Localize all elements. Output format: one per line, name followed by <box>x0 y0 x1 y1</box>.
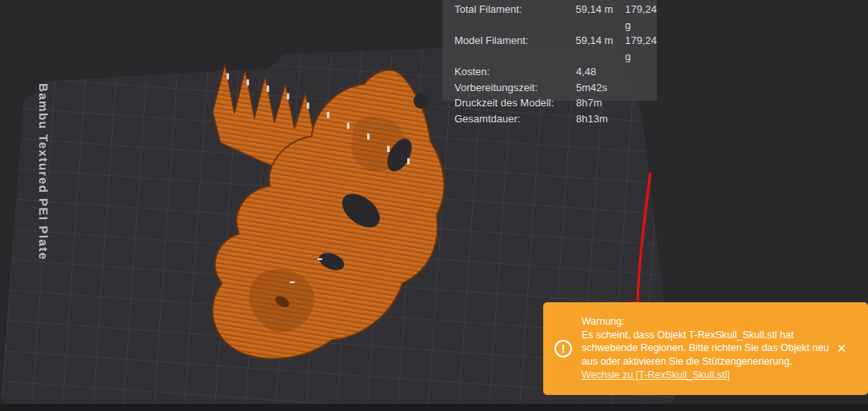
stat-row-total-filament: Total Filament: 59,14 m 179,24 g <box>454 2 657 33</box>
warning-toast: ! Warnung: Es scheint, dass Objekt T-Rex… <box>543 302 868 395</box>
stat-value2 <box>626 64 657 80</box>
warning-text: Warnung: Es scheint, dass Objekt T-RexSk… <box>582 315 830 382</box>
model-trex-skull[interactable] <box>166 22 475 371</box>
stat-label: Kosten: <box>454 64 576 80</box>
slicer-3d-viewport[interactable]: Bambu Textured PEI Plate <box>0 0 868 411</box>
stat-label: Vorbereitungszeit: <box>454 80 576 96</box>
plate-label: Bambu Textured PEI Plate <box>37 83 50 261</box>
warning-switch-link[interactable]: Wechsle zu [T-RexSkull_Skull.stl] <box>582 369 730 382</box>
stat-label: Gesamtdauer: <box>454 111 576 127</box>
warning-message: Es scheint, dass Objekt T-RexSkull_Skull… <box>582 329 830 369</box>
stat-value-length: 59,14 m <box>575 2 625 33</box>
warning-icon: ! <box>554 340 572 357</box>
stat-value-length: 59,14 m <box>575 33 625 64</box>
stat-row-model-print-time: Druckzeit des Modell: 8h7m <box>454 95 657 111</box>
stat-label: Total Filament: <box>454 2 575 33</box>
stat-value2 <box>626 111 657 127</box>
stat-row-cost: Kosten: 4,48 <box>454 64 657 80</box>
stat-value: 8h7m <box>576 95 626 111</box>
stat-row-prepare-time: Vorbereitungszeit: 5m42s <box>454 80 657 96</box>
stat-value2 <box>626 95 657 111</box>
stat-row-total-time: Gesamtdauer: 8h13m <box>454 111 657 127</box>
close-icon[interactable]: ✕ <box>833 341 850 356</box>
stat-value2 <box>626 80 657 96</box>
stat-value-weight: 179,24 g <box>625 33 657 64</box>
stat-value: 4,48 <box>576 64 626 80</box>
stat-label: Druckzeit des Modell: <box>454 95 576 111</box>
stat-value: 8h13m <box>576 111 626 127</box>
stat-value: 5m42s <box>576 80 626 96</box>
stat-value-weight: 179,24 g <box>625 2 657 33</box>
plate-front-edge <box>0 404 868 411</box>
stat-label: Model Filament: <box>454 33 575 64</box>
warning-title: Warnung: <box>582 315 830 329</box>
stat-row-model-filament: Model Filament: 59,14 m 179,24 g <box>454 33 657 64</box>
model-small-hole <box>414 94 429 109</box>
slice-stats-panel: Total Filament: 59,14 m 179,24 g Model F… <box>442 0 657 101</box>
